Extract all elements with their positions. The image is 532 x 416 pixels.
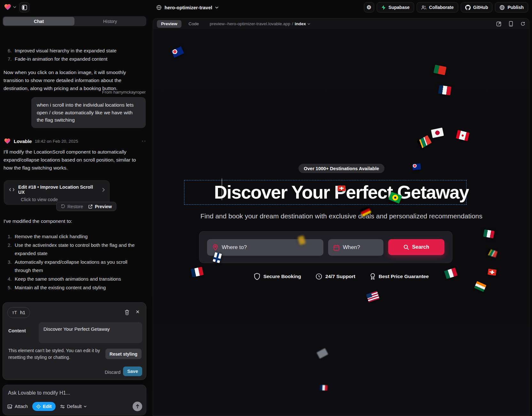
user-attribution: From harrymckayroper: [102, 90, 146, 95]
feature-best-price: Best Price Guarantee: [370, 273, 429, 280]
attach-button[interactable]: Attach: [7, 404, 28, 409]
preview-url[interactable]: preview--hero-optimizer-travel.lovable.a…: [210, 21, 310, 26]
close-panel-button[interactable]: ✕: [135, 309, 140, 315]
feature-support: 24/7 Support: [316, 273, 355, 280]
flag-ch-icon: [338, 185, 345, 191]
mobile-view-button[interactable]: [509, 21, 513, 26]
chat-panel: Chat History 6. Improved visual hierarch…: [0, 15, 151, 416]
list-text: Maintain all the existing content and st…: [15, 284, 106, 292]
flag-fr-icon: [320, 385, 328, 390]
publish-button[interactable]: Publish: [495, 2, 528, 12]
hero-title[interactable]: Discover Your Perfect Getaway: [153, 182, 529, 203]
list-item: 2. Use the activeIndex state to control …: [8, 241, 144, 258]
restore-icon: [61, 204, 65, 209]
search-button[interactable]: Search: [388, 239, 444, 255]
refresh-button[interactable]: [520, 21, 525, 26]
feature-list: Secure Booking 24/7 Support Best Price G…: [153, 273, 529, 280]
user-message-bubble: when i scroll into the individual locati…: [31, 97, 146, 128]
lovable-logo[interactable]: [4, 3, 16, 11]
typography-icon: ᴛT: [12, 310, 17, 315]
chevron-down-icon: [215, 6, 219, 9]
save-button[interactable]: Save: [123, 367, 142, 376]
where-input[interactable]: Where to?: [207, 239, 323, 256]
list-item: 4. Keep the same smooth animations and t…: [8, 275, 144, 283]
assistant-paragraph: I've modified the component to:: [4, 218, 72, 224]
sidebar-toggle-button[interactable]: [19, 2, 29, 12]
edit-card-title: Edit #18 • Improve Location Scroll UX: [18, 185, 98, 195]
reset-styling-button[interactable]: Reset styling: [105, 349, 142, 359]
flag-jp-icon: [431, 128, 444, 138]
list-text: Use the activeIndex state to control bot…: [15, 241, 144, 258]
tab-chat[interactable]: Chat: [3, 17, 74, 26]
where-placeholder: Where to?: [222, 244, 247, 251]
arrow-up-icon: [135, 404, 140, 409]
top-bar: hero-optimizer-travel ⚙ Supabase Collabo…: [0, 0, 532, 15]
feature-label: Best Price Guarantee: [379, 274, 429, 279]
delete-element-button[interactable]: [125, 310, 129, 315]
list-text: Automatically expand/collapse locations …: [15, 258, 144, 275]
preview-label: Preview: [95, 204, 112, 209]
attach-image-icon: [7, 404, 12, 409]
project-selector[interactable]: hero-optimizer-travel: [156, 3, 219, 12]
when-input[interactable]: When?: [328, 239, 383, 256]
tab-history[interactable]: History: [74, 17, 146, 26]
list-text: Remove the manual click handling: [15, 232, 88, 241]
edit-version-card[interactable]: Edit #18 • Improve Location Scroll UX Cl…: [4, 180, 110, 205]
flag-us-icon: [366, 291, 380, 302]
github-label: GitHub: [473, 5, 488, 10]
element-tag-badge[interactable]: ᴛT h1: [7, 307, 30, 318]
flag-gray-icon: [317, 348, 328, 359]
trash-icon: [125, 310, 129, 315]
list-number: 3.: [8, 258, 15, 275]
globe-icon: [156, 5, 162, 10]
collaborate-button[interactable]: Collaborate: [417, 2, 458, 12]
open-external-button[interactable]: [496, 21, 501, 26]
code-icon: [9, 188, 14, 192]
flag-mx-icon: [483, 229, 495, 238]
flag-za-icon: [487, 249, 498, 258]
list-number: 2.: [8, 241, 15, 258]
search-panel: Where to? When? Search: [199, 231, 452, 263]
send-button[interactable]: [133, 402, 142, 411]
list-item: 3. Automatically expand/collapse locatio…: [8, 258, 144, 275]
publish-globe-icon: [499, 5, 505, 10]
settings-button[interactable]: ⚙: [364, 2, 374, 12]
restore-button[interactable]: Restore: [61, 204, 83, 209]
calendar-icon: [334, 245, 339, 251]
target-icon: [36, 404, 41, 409]
supabase-icon: [381, 5, 386, 10]
url-separator: /: [292, 21, 293, 26]
element-tag-name: h1: [20, 310, 25, 315]
content-label: Content: [8, 328, 26, 333]
discard-button[interactable]: Discard: [103, 367, 122, 377]
preview-version-button[interactable]: Preview: [88, 204, 112, 209]
sliders-icon: [60, 405, 65, 409]
mobile-icon: [509, 21, 513, 26]
chat-history-tabs: Chat History: [3, 16, 146, 26]
chat-composer[interactable]: Ask Lovable to modify H1... Attach Edit: [3, 385, 146, 415]
supabase-button[interactable]: Supabase: [377, 2, 414, 12]
flag-ca-icon: [456, 130, 469, 141]
list-text: Improved visual hierarchy in the expande…: [15, 47, 117, 54]
composer-placeholder: Ask Lovable to modify H1...: [8, 390, 141, 396]
edit-mode-button[interactable]: Edit: [32, 402, 55, 411]
assistant-paragraph: Now when you click on a location image, …: [4, 54, 146, 92]
when-placeholder: When?: [343, 244, 360, 251]
list-number: 6.: [8, 47, 15, 54]
open-external-icon: [496, 21, 501, 26]
flag-au-icon: [171, 46, 184, 58]
tab-preview[interactable]: Preview: [157, 20, 181, 28]
tab-code[interactable]: Code: [189, 21, 199, 26]
heart-icon: [4, 3, 12, 11]
assistant-name: Lovable: [14, 139, 32, 144]
content-input[interactable]: [39, 322, 142, 343]
github-button[interactable]: GitHub: [461, 2, 493, 12]
open-external-icon: [88, 204, 93, 209]
model-selector[interactable]: Default: [60, 404, 87, 409]
list-number: 4.: [8, 275, 15, 283]
chevron-down-icon: [307, 23, 310, 25]
github-icon: [465, 5, 471, 10]
gear-icon: ⚙: [366, 5, 371, 10]
flag-pt-icon: [434, 65, 447, 75]
message-menu-icon[interactable]: ··: [142, 138, 146, 144]
